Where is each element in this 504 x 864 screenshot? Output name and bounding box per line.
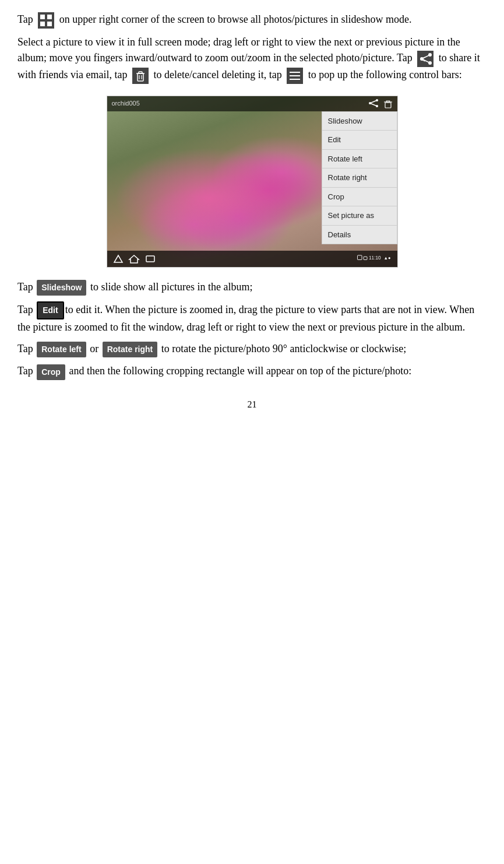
topbar-trash-icon [383, 99, 393, 108]
svg-marker-32 [129, 255, 139, 263]
dropdown-item-set-picture: Set picture as [322, 206, 397, 226]
para6-text: and then the following cropping rectangl… [69, 365, 411, 377]
svg-rect-29 [386, 101, 390, 102]
dropdown-item-details: Details [322, 226, 397, 244]
svg-rect-12 [132, 68, 149, 84]
svg-rect-27 [385, 103, 391, 108]
screenshot-status-right: 11:10 ▲ ● [357, 252, 392, 265]
rotate-left-badge: Rotate left [37, 342, 86, 357]
grid-icon [38, 12, 54, 29]
trash-icon [132, 68, 149, 84]
svg-rect-34 [357, 255, 362, 260]
para2-text-popup: to pop up the following control bars: [308, 69, 462, 80]
svg-line-25 [370, 100, 377, 103]
tap-label-1: Tap [17, 13, 33, 25]
screenshot-container: orchid005 Slideshow Edit Rot [17, 96, 487, 268]
svg-rect-33 [146, 256, 154, 262]
svg-text:▲: ▲ [383, 255, 387, 261]
dropdown-item-slideshow: Slideshow [322, 112, 397, 131]
svg-marker-30 [114, 255, 122, 262]
screenshot-bottombar: 11:10 ▲ ● [107, 251, 397, 267]
dropdown-item-rotate-right: Rotate right [322, 168, 397, 188]
paragraph-crop: Tap Crop and then the following cropping… [17, 363, 487, 380]
para3-text: to slide show all pictures in the album; [90, 281, 252, 293]
para5-text: to rotate the picture/photo 90° anticloc… [161, 343, 407, 354]
paragraph-1: Tap on upper right corner of the screen … [17, 12, 487, 29]
svg-text:●: ● [388, 255, 391, 261]
svg-line-26 [370, 103, 377, 106]
dropdown-item-rotate-left: Rotate left [322, 150, 397, 169]
recent-nav-icon [144, 254, 156, 264]
para6-tap: Tap [17, 365, 33, 377]
page-number: 21 [17, 398, 487, 412]
para5-tap: Tap [17, 343, 33, 354]
svg-rect-21 [290, 79, 300, 80]
para4-tap: Tap [17, 304, 33, 315]
para5-or: or [90, 343, 98, 354]
svg-rect-1 [40, 15, 45, 19]
topbar-share-icon [368, 99, 379, 107]
crop-badge: Crop [37, 364, 65, 380]
dropdown-item-edit: Edit [322, 131, 397, 150]
svg-rect-35 [364, 257, 367, 260]
dropdown-item-crop: Crop [322, 188, 397, 207]
svg-text:11:10: 11:10 [369, 255, 381, 261]
svg-rect-2 [47, 15, 52, 19]
bottom-nav-icons [113, 254, 156, 264]
edit-badge: Edit [37, 301, 64, 319]
para2-text-before: Select a picture to view it in full scre… [17, 36, 460, 64]
para4-text: to edit it. When the picture is zoomed i… [17, 304, 474, 333]
paragraph-rotate: Tap Rotate left or Rotate right to rotat… [17, 341, 487, 357]
svg-rect-19 [290, 72, 300, 73]
para3-tap: Tap [17, 281, 33, 293]
back-nav-icon [113, 254, 124, 264]
topbar-icons [368, 99, 393, 108]
rotate-right-badge: Rotate right [103, 342, 158, 357]
paragraph-slideshow: Tap Slideshow to slide show all pictures… [17, 279, 487, 296]
status-bar-icons: 11:10 ▲ ● [357, 252, 392, 262]
para2-text-after: to delete/cancel deleting it, tap [153, 69, 281, 80]
screenshot-topbar: orchid005 [107, 96, 397, 111]
svg-rect-3 [40, 22, 45, 26]
screenshot-image: orchid005 Slideshow Edit Rot [107, 96, 398, 268]
svg-rect-4 [47, 22, 52, 26]
share-icon: < [417, 51, 433, 67]
svg-rect-20 [290, 75, 300, 76]
para1-text: on upper right corner of the screen to b… [59, 13, 412, 25]
paragraph-edit: Tap Editto edit it. When the picture is … [17, 301, 487, 335]
menu-dots-icon [287, 68, 303, 84]
slideshow-badge: Slideshow [37, 280, 86, 296]
home-nav-icon [128, 254, 140, 264]
screenshot-dropdown-menu: Slideshow Edit Rotate left Rotate right … [322, 111, 397, 245]
screenshot-title: orchid005 [112, 99, 140, 108]
paragraph-2: Select a picture to view it in full scre… [17, 34, 487, 84]
